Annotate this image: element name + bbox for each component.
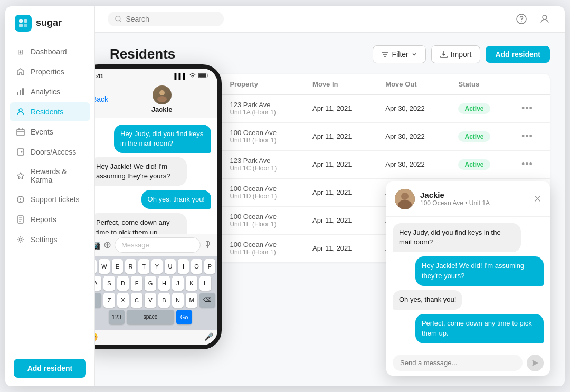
sidebar-item-analytics[interactable]: Analytics	[10, 82, 90, 101]
search-icon	[115, 15, 122, 23]
sidebar-item-label: Reports	[31, 215, 56, 224]
import-button[interactable]: Import	[431, 45, 481, 63]
import-icon	[440, 51, 448, 58]
sidebar-item-support[interactable]: Support tickets	[10, 190, 90, 209]
header-actions: Filter Import Add resident	[373, 45, 550, 63]
keyboard-key[interactable]: Y	[151, 259, 163, 274]
svg-rect-0	[19, 19, 23, 23]
keyboard-key[interactable]: P	[204, 259, 215, 274]
row-actions-button[interactable]: •••	[521, 131, 533, 142]
keyboard-key[interactable]: T	[138, 259, 149, 274]
main-area: Residents Filter Import Add resident	[95, 6, 565, 386]
keyboard-key[interactable]: W	[99, 259, 110, 274]
sidebar-item-dashboard[interactable]: ⊞ Dashboard	[10, 42, 90, 61]
actions-cell: •••	[513, 94, 550, 122]
keyboard-key[interactable]: M	[186, 293, 197, 308]
sidebar-item-label: Residents	[31, 108, 63, 116]
keyboard-key[interactable]: ⌫	[200, 293, 215, 308]
keyboard-key[interactable]: L	[200, 276, 211, 291]
support-icon	[16, 195, 25, 204]
keyboard-key[interactable]: G	[145, 276, 156, 291]
keyboard-key[interactable]: A	[95, 276, 101, 291]
phone-mockup: 9:41 ▌▌▌ Back	[95, 64, 222, 349]
keyboard-key[interactable]: O	[191, 259, 202, 274]
keyboard-key[interactable]: V	[145, 293, 156, 308]
keyboard-mic-icon[interactable]: 🎤	[204, 332, 213, 341]
keyboard-key[interactable]: Z	[103, 293, 115, 308]
keyboard-key[interactable]: D	[117, 276, 129, 291]
user-icon[interactable]	[537, 12, 552, 26]
sidebar-item-reports[interactable]: Reports	[10, 210, 90, 229]
property-cell: 100 Ocean Ave Unit 1D (Floor 1)	[221, 178, 304, 206]
chat-message: Hey Jackie! We did! I'm assuming they're…	[415, 256, 544, 286]
sidebar-item-settings[interactable]: Settings	[10, 230, 90, 249]
apps-icon[interactable]: ⊕	[103, 239, 111, 251]
row-actions-button[interactable]: •••	[521, 159, 533, 170]
keyboard-key[interactable]: U	[165, 259, 176, 274]
filter-button[interactable]: Filter	[373, 45, 426, 63]
mic-small-icon[interactable]: 🎙	[204, 240, 212, 250]
search-box[interactable]	[108, 12, 224, 26]
keyboard-key[interactable]: N	[172, 293, 184, 308]
chat-message-input[interactable]	[393, 355, 522, 371]
keyboard-key[interactable]: 123	[109, 310, 125, 324]
keyboard-key[interactable]: B	[158, 293, 170, 308]
keyboard-key[interactable]: Go	[176, 310, 192, 324]
keyboard-key[interactable]: R	[125, 259, 136, 274]
move-out-cell: Apr 30, 2022	[377, 150, 450, 178]
keyboard-key[interactable]: X	[117, 293, 129, 308]
filter-label: Filter	[392, 50, 408, 59]
add-resident-button[interactable]: Add resident	[486, 46, 550, 63]
keyboard-key[interactable]: E	[112, 259, 123, 274]
sidebar-nav: ⊞ Dashboard Properties Analytics Reside	[5, 42, 94, 352]
signal-icon: ▌▌▌	[175, 73, 187, 79]
phone-message-input[interactable]: Message	[115, 237, 201, 253]
svg-point-18	[543, 15, 547, 20]
keyboard-key[interactable]: Q	[95, 259, 97, 274]
filter-icon	[382, 51, 389, 58]
move-in-cell: Apr 11, 2021	[304, 234, 377, 262]
keyboard-key[interactable]: I	[178, 259, 189, 274]
chevron-down-icon	[412, 52, 417, 57]
chat-close-button[interactable]: ✕	[534, 194, 542, 204]
svg-point-14	[20, 238, 22, 241]
phone-keyboard: QWERTYUIOPASDFGHJKL⇧ZXCVBNM⌫123spaceGo	[95, 256, 217, 330]
phone-back-button[interactable]: Back	[95, 95, 108, 103]
logo: sugar	[5, 6, 94, 42]
keyboard-key[interactable]: ⇧	[95, 293, 101, 308]
svg-rect-6	[22, 88, 24, 95]
keyboard-key[interactable]: K	[186, 276, 197, 291]
help-icon[interactable]	[514, 12, 529, 26]
status-cell: Active	[450, 150, 512, 178]
row-actions-button[interactable]: •••	[521, 103, 533, 114]
camera-icon[interactable]: 📷	[95, 239, 100, 251]
actions-cell: •••	[513, 150, 550, 178]
events-icon	[16, 127, 25, 137]
keyboard-key[interactable]: H	[158, 276, 170, 291]
svg-point-25	[157, 96, 167, 102]
sidebar-item-events[interactable]: Events	[10, 122, 90, 141]
svg-point-17	[521, 21, 522, 22]
sidebar-add-resident-button[interactable]: Add resident	[14, 359, 86, 378]
sidebar-item-doors[interactable]: Doors/Access	[10, 142, 90, 161]
chat-popup-header: Jackie 100 Ocean Ave • Unit 1A ✕	[386, 181, 550, 217]
keyboard-key[interactable]: C	[131, 293, 142, 308]
sidebar-item-residents[interactable]: Residents	[10, 102, 90, 121]
chat-send-button[interactable]	[527, 355, 544, 371]
status-badge: Active	[458, 159, 490, 170]
search-input[interactable]	[126, 15, 217, 23]
sidebar-item-label: Support tickets	[31, 195, 80, 204]
phone-contact-info: Jackie	[115, 85, 209, 113]
move-out-cell: Apr 30, 2022	[377, 94, 450, 122]
svg-point-15	[116, 16, 120, 21]
sidebar-item-properties[interactable]: Properties	[10, 62, 90, 81]
keyboard-key[interactable]: J	[172, 276, 184, 291]
keyboard-key[interactable]: S	[103, 276, 115, 291]
keyboard-key[interactable]: space	[127, 310, 174, 324]
svg-point-10	[21, 151, 23, 152]
sidebar-item-rewards[interactable]: Rewards & Karma	[10, 162, 90, 189]
status-badge: Active	[458, 103, 490, 114]
keyboard-key[interactable]: F	[131, 276, 142, 291]
emoji-icon[interactable]: 😊	[95, 332, 98, 342]
phone-message: Hey Judy, did you find keys in the mail …	[114, 125, 211, 153]
